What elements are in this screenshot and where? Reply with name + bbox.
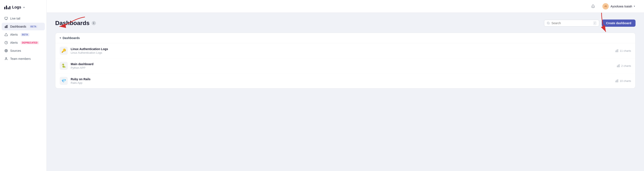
info-icon[interactable]: ℹ: [92, 21, 96, 25]
triangle-icon: [4, 33, 8, 36]
section-label: Dashboards: [62, 36, 80, 40]
search-input[interactable]: [552, 22, 592, 25]
sidebar-item-label: Team members: [10, 57, 30, 60]
beta-badge: BETA: [29, 25, 38, 28]
svg-rect-3: [7, 25, 8, 28]
page-title: Dashboards: [55, 20, 90, 26]
notifications-button[interactable]: [589, 2, 597, 10]
sidebar-item-label: Sources: [10, 49, 21, 52]
table-row[interactable]: 🔑 Linux Authentication Logs Linux Authen…: [56, 43, 635, 58]
page-title-wrap: Dashboards ℹ: [55, 20, 96, 26]
monitor-icon: [4, 16, 8, 20]
sidebar-item-label: Alerts: [10, 33, 18, 36]
svg-rect-10: [616, 51, 616, 52]
dashboards-card: ▾ Dashboards 🔑 Linux Authentication Logs…: [55, 33, 636, 88]
target-icon: [4, 49, 8, 52]
avatar: AI: [602, 3, 609, 10]
app-name: Logs: [12, 5, 21, 10]
logo-icon: [4, 6, 10, 9]
svg-rect-11: [616, 50, 617, 52]
dashboard-icon: 🔑: [60, 47, 68, 55]
sidebar-item-label: Alerts: [10, 41, 18, 44]
chart-icon: [616, 64, 620, 68]
dashboard-info: Ruby on Rails Rails App: [71, 78, 612, 84]
sidebar: Logs ▾ Live tail Dashboards BETA: [0, 0, 47, 171]
dashboard-icon: 💎: [60, 77, 68, 85]
dashboard-info: Linux Authentication Logs Linux Authenti…: [71, 47, 612, 54]
sidebar-item-team[interactable]: Team members: [2, 55, 45, 62]
chart-icon: [615, 49, 618, 52]
sidebar-nav: Live tail Dashboards BETA Alerts BETA: [0, 15, 46, 62]
svg-rect-13: [617, 66, 618, 67]
svg-rect-17: [616, 80, 617, 82]
sidebar-item-live-tail[interactable]: Live tail: [2, 15, 45, 22]
search-icon: [547, 22, 550, 24]
svg-rect-16: [616, 81, 616, 82]
dashboard-subtitle: Rails App: [71, 81, 612, 84]
page-header: Dashboards ℹ / Create dashboard: [55, 20, 636, 27]
dashboard-subtitle: Linux Authentication Logs: [71, 51, 612, 54]
app-logo[interactable]: Logs ▾: [0, 4, 46, 15]
user-chevron-icon: ▾: [634, 5, 635, 8]
create-dashboard-button[interactable]: Create dashboard: [602, 20, 636, 27]
search-box[interactable]: /: [544, 20, 599, 26]
beta-badge: BETA: [21, 33, 29, 36]
page-actions: / Create dashboard: [544, 20, 636, 27]
dashboard-icon: 🐍: [60, 62, 68, 70]
dashboard-name: Linux Authentication Logs: [71, 47, 612, 51]
charts-count: 10 charts: [615, 79, 631, 82]
chevron-down-icon: ▾: [60, 36, 61, 40]
search-shortcut: /: [593, 21, 596, 25]
user-icon: [4, 57, 8, 61]
sidebar-item-alerts-beta[interactable]: Alerts BETA: [2, 31, 45, 38]
table-row[interactable]: 💎 Ruby on Rails Rails App 10 charts: [56, 74, 635, 88]
sidebar-item-alerts-deprecated[interactable]: Alerts DEPRECATED: [2, 39, 45, 46]
svg-rect-18: [618, 80, 618, 82]
sidebar-item-label: Live tail: [10, 17, 20, 20]
main-content: AI Ayooluwa Isaiah ▾ Dashboards ℹ / Crea: [47, 0, 644, 171]
app-header: AI Ayooluwa Isaiah ▾: [47, 0, 644, 13]
dashboard-name: Main dashboard: [71, 62, 614, 66]
svg-rect-12: [618, 50, 618, 52]
svg-rect-1: [5, 26, 6, 28]
dashboard-info: Main dashboard Python APP: [71, 62, 614, 70]
svg-point-8: [6, 58, 6, 58]
page-content: Dashboards ℹ / Create dashboard ▾ Dashbo…: [47, 13, 644, 171]
svg-point-9: [547, 22, 549, 24]
table-row[interactable]: 🐍 Main dashboard Python APP 2 charts: [56, 58, 635, 74]
svg-rect-14: [618, 65, 618, 67]
logo-chevron-icon: ▾: [23, 6, 24, 9]
svg-rect-15: [619, 64, 620, 67]
clock-icon: [4, 41, 8, 44]
svg-point-7: [6, 50, 6, 51]
chart-icon: [615, 79, 618, 82]
svg-rect-0: [5, 17, 8, 19]
dashboard-name: Ruby on Rails: [71, 78, 612, 81]
username: Ayooluwa Isaiah: [610, 5, 632, 8]
dashboard-subtitle: Python APP: [71, 66, 614, 70]
sidebar-item-dashboards[interactable]: Dashboards BETA: [2, 23, 45, 30]
user-menu[interactable]: AI Ayooluwa Isaiah ▾: [600, 2, 637, 11]
deprecated-badge: DEPRECATED: [21, 41, 39, 44]
svg-rect-2: [6, 26, 6, 28]
svg-point-6: [5, 50, 7, 52]
sidebar-item-sources[interactable]: Sources: [2, 47, 45, 54]
dashboards-section-header[interactable]: ▾ Dashboards: [56, 33, 635, 43]
sidebar-item-label: Dashboards: [10, 25, 26, 28]
charts-count: 11 charts: [615, 49, 631, 52]
bar-chart-icon: [4, 24, 8, 28]
charts-count: 2 charts: [616, 64, 631, 68]
